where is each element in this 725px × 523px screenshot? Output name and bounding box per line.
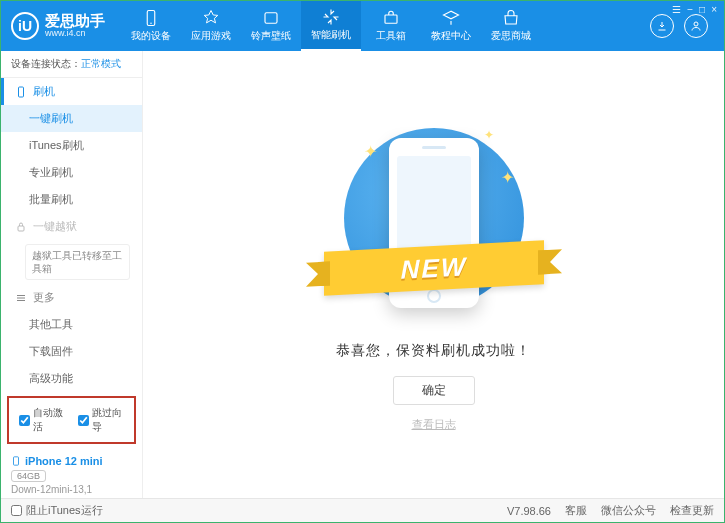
success-illustration: ✦✦✦ NEW bbox=[324, 118, 544, 328]
nav-label: 应用游戏 bbox=[191, 29, 231, 43]
device-firmware: Down-12mini-13,1 bbox=[11, 484, 132, 495]
sidebar-pro-flash[interactable]: 专业刷机 bbox=[1, 159, 142, 186]
skip-guide-checkbox[interactable]: 跳过向导 bbox=[78, 406, 125, 434]
version-label: V7.98.66 bbox=[507, 505, 551, 517]
nav-label: 我的设备 bbox=[131, 29, 171, 43]
lock-icon bbox=[15, 221, 27, 233]
main-content: ✦✦✦ NEW 恭喜您，保资料刷机成功啦！ 确定 查看日志 bbox=[143, 51, 724, 498]
jailbreak-notice: 越狱工具已转移至工具箱 bbox=[25, 244, 130, 280]
status-label: 设备连接状态： bbox=[11, 58, 81, 69]
sidebar-advanced[interactable]: 高级功能 bbox=[1, 365, 142, 392]
phone-icon bbox=[142, 9, 160, 27]
banner-text: NEW bbox=[400, 250, 467, 284]
sidebar-flash-section[interactable]: 刷机 bbox=[1, 78, 142, 105]
sidebar-jailbreak-section[interactable]: 一键越狱 bbox=[1, 213, 142, 240]
status-value: 正常模式 bbox=[81, 58, 121, 69]
tutorial-icon bbox=[442, 9, 460, 27]
nav-label: 教程中心 bbox=[431, 29, 471, 43]
connection-status: 设备连接状态：正常模式 bbox=[1, 51, 142, 78]
maximize-button[interactable]: □ bbox=[699, 4, 705, 15]
app-header: ☰ − □ × iU 爱思助手 www.i4.cn 我的设备 应用游戏 铃声壁纸… bbox=[1, 1, 724, 51]
nav-label: 铃声壁纸 bbox=[251, 29, 291, 43]
account-button[interactable] bbox=[684, 14, 708, 38]
header-right bbox=[650, 14, 714, 38]
auto-activate-checkbox[interactable]: 自动激活 bbox=[19, 406, 66, 434]
svg-point-1 bbox=[150, 23, 152, 25]
nav-ringtone-wallpaper[interactable]: 铃声壁纸 bbox=[241, 1, 301, 51]
checkbox-label: 阻止iTunes运行 bbox=[26, 503, 103, 518]
connected-device[interactable]: iPhone 12 mini 64GB Down-12mini-13,1 bbox=[1, 448, 142, 503]
apps-icon bbox=[202, 9, 220, 27]
logo-icon: iU bbox=[11, 12, 39, 40]
nav-label: 爱思商城 bbox=[491, 29, 531, 43]
svg-rect-2 bbox=[265, 13, 277, 24]
nav-toolbox[interactable]: 工具箱 bbox=[361, 1, 421, 51]
brand-title: 爱思助手 bbox=[45, 13, 105, 30]
phone-icon bbox=[11, 454, 21, 468]
nav-store[interactable]: 爱思商城 bbox=[481, 1, 541, 51]
close-button[interactable]: × bbox=[711, 4, 717, 15]
settings-button[interactable]: ☰ bbox=[672, 4, 681, 15]
customer-service-link[interactable]: 客服 bbox=[565, 503, 587, 518]
top-nav: 我的设备 应用游戏 铃声壁纸 智能刷机 工具箱 教程中心 爱思商城 bbox=[121, 1, 650, 51]
nav-label: 智能刷机 bbox=[311, 28, 351, 42]
svg-rect-3 bbox=[385, 15, 397, 23]
store-icon bbox=[502, 9, 520, 27]
success-message: 恭喜您，保资料刷机成功啦！ bbox=[336, 342, 531, 360]
nav-smart-flash[interactable]: 智能刷机 bbox=[301, 1, 361, 51]
logo-area: iU 爱思助手 www.i4.cn bbox=[11, 12, 121, 40]
confirm-button[interactable]: 确定 bbox=[393, 376, 475, 405]
svg-point-4 bbox=[694, 22, 698, 26]
sidebar-itunes-flash[interactable]: iTunes刷机 bbox=[1, 132, 142, 159]
window-controls: ☰ − □ × bbox=[672, 4, 717, 15]
minimize-button[interactable]: − bbox=[687, 4, 693, 15]
check-update-link[interactable]: 检查更新 bbox=[670, 503, 714, 518]
toolbox-icon bbox=[382, 9, 400, 27]
nav-apps-games[interactable]: 应用游戏 bbox=[181, 1, 241, 51]
sidebar-other-tools[interactable]: 其他工具 bbox=[1, 311, 142, 338]
phone-icon bbox=[15, 86, 27, 98]
block-itunes-checkbox[interactable]: 阻止iTunes运行 bbox=[11, 503, 103, 518]
svg-rect-5 bbox=[19, 87, 24, 97]
section-label: 刷机 bbox=[33, 84, 55, 99]
download-button[interactable] bbox=[650, 14, 674, 38]
flash-options: 自动激活 跳过向导 bbox=[7, 396, 136, 444]
brand: 爱思助手 www.i4.cn bbox=[45, 13, 105, 39]
sidebar: 设备连接状态：正常模式 刷机 一键刷机 iTunes刷机 专业刷机 批量刷机 一… bbox=[1, 51, 143, 498]
nav-label: 工具箱 bbox=[376, 29, 406, 43]
section-label: 更多 bbox=[33, 290, 55, 305]
nav-my-device[interactable]: 我的设备 bbox=[121, 1, 181, 51]
checkbox-label: 自动激活 bbox=[33, 406, 66, 434]
sidebar-batch-flash[interactable]: 批量刷机 bbox=[1, 186, 142, 213]
sidebar-download-firmware[interactable]: 下载固件 bbox=[1, 338, 142, 365]
section-label: 一键越狱 bbox=[33, 219, 77, 234]
brand-url: www.i4.cn bbox=[45, 29, 105, 39]
sidebar-one-click-flash[interactable]: 一键刷机 bbox=[1, 105, 142, 132]
device-storage: 64GB bbox=[11, 470, 46, 482]
svg-rect-7 bbox=[14, 457, 19, 465]
wechat-link[interactable]: 微信公众号 bbox=[601, 503, 656, 518]
checkbox-label: 跳过向导 bbox=[92, 406, 125, 434]
svg-rect-6 bbox=[18, 226, 24, 231]
view-log-link[interactable]: 查看日志 bbox=[412, 417, 456, 432]
device-name-text: iPhone 12 mini bbox=[25, 455, 103, 467]
nav-tutorial[interactable]: 教程中心 bbox=[421, 1, 481, 51]
device-name: iPhone 12 mini bbox=[11, 454, 132, 468]
menu-icon bbox=[15, 292, 27, 304]
wallpaper-icon bbox=[262, 9, 280, 27]
flash-icon bbox=[322, 8, 340, 26]
sidebar-more-section[interactable]: 更多 bbox=[1, 284, 142, 311]
